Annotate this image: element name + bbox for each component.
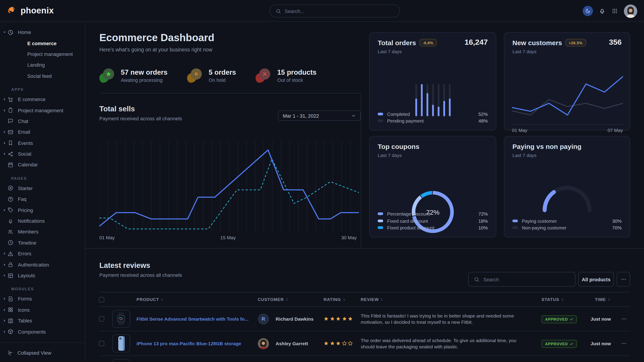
sidebar-item-authentication[interactable]: Authentication bbox=[0, 259, 85, 270]
paying-title: Paying vs non paying bbox=[512, 143, 581, 150]
apps-menu-button[interactable] bbox=[611, 7, 618, 14]
pie-chart-icon bbox=[8, 29, 14, 35]
legend-value: 10% bbox=[478, 225, 488, 231]
x-icon bbox=[259, 68, 270, 80]
star-filled-icon bbox=[348, 316, 353, 322]
customer-avatar-photo bbox=[258, 338, 269, 349]
stat-label: Awating processing bbox=[121, 77, 168, 83]
row-checkbox[interactable] bbox=[99, 341, 104, 346]
new-customers-badge: +26.5% bbox=[565, 39, 586, 46]
product-link[interactable]: Fitbit Sense Advanced Smartwatch with To… bbox=[136, 316, 248, 322]
help-circle-icon bbox=[8, 196, 14, 202]
sidebar-item-layouts[interactable]: Layouts bbox=[0, 270, 85, 281]
sidebar-item-e-commerce[interactable]: E commerce bbox=[0, 94, 85, 105]
sidebar-subitem-social-feed[interactable]: Social feed bbox=[0, 70, 85, 81]
sidebar-item-chat[interactable]: Chat bbox=[0, 116, 85, 127]
column-header-status[interactable]: STATUS bbox=[542, 297, 586, 302]
x-axis-label: 15 May bbox=[220, 235, 236, 240]
layout-icon bbox=[8, 273, 14, 278]
caret-right-icon bbox=[2, 318, 7, 323]
caret-right-icon bbox=[2, 141, 7, 145]
sidebar-subitem-e-commerce[interactable]: E commerce bbox=[0, 38, 85, 49]
sidebar-item-tables[interactable]: Tables bbox=[0, 315, 85, 326]
total-sells-header: Total sells Payment received across all … bbox=[99, 105, 182, 121]
date-range-select[interactable]: Mar 1 - 31, 2022 bbox=[278, 110, 361, 121]
sidebar-item-label: Timeline bbox=[18, 240, 36, 246]
legend-value: 18% bbox=[478, 218, 488, 224]
star-empty-icon bbox=[348, 341, 353, 346]
global-search bbox=[270, 4, 400, 17]
legend-value: 30% bbox=[612, 218, 622, 224]
sidebar-subitem-landing[interactable]: Landing bbox=[0, 59, 85, 70]
sidebar-item-home[interactable]: Home bbox=[0, 27, 85, 38]
sidebar-item-forms[interactable]: Forms bbox=[0, 293, 85, 304]
row-actions-button[interactable] bbox=[618, 341, 630, 346]
page-title: Ecommerce Dashboard bbox=[99, 32, 214, 44]
global-search-input[interactable] bbox=[285, 8, 388, 14]
review-time: Just now bbox=[586, 341, 618, 346]
column-header-rating[interactable]: RATING bbox=[324, 297, 361, 302]
product-link[interactable]: iPhone 13 pro max-Pacific Blue-128GB sto… bbox=[136, 341, 241, 346]
top-coupons-title: Top coupons bbox=[378, 143, 419, 150]
sidebar-item-icons[interactable]: Icons bbox=[0, 304, 85, 315]
sidebar-item-label: Forms bbox=[18, 296, 32, 302]
card-top-coupons: Top coupons Last 7 days 72% Percentage d… bbox=[369, 136, 496, 237]
all-products-button[interactable]: All products bbox=[578, 272, 614, 287]
legend-label: Percentage discount bbox=[387, 211, 478, 217]
review-text: This Fitbit is fantastic! I was trying t… bbox=[361, 312, 542, 325]
sidebar-collapse-toggle[interactable]: Collapsed View bbox=[0, 343, 85, 362]
column-header-product[interactable]: PRODUCT bbox=[112, 297, 258, 302]
sidebar-item-members[interactable]: Members bbox=[0, 227, 85, 237]
sidebar-item-events[interactable]: Events bbox=[0, 137, 85, 148]
total-sells-subtitle: Payment received across all channels bbox=[99, 116, 182, 121]
row-actions-button[interactable] bbox=[618, 316, 630, 322]
column-header-review[interactable]: REVIEW bbox=[361, 297, 542, 302]
sidebar-item-errors[interactable]: Errors bbox=[0, 248, 85, 259]
mail-icon bbox=[8, 129, 14, 135]
bookmark-icon bbox=[8, 140, 14, 146]
notifications-button[interactable] bbox=[599, 7, 606, 14]
user-avatar[interactable] bbox=[624, 4, 637, 18]
legend-row: Fixed product discount 10% bbox=[378, 224, 488, 231]
sidebar-item-faq[interactable]: Faq bbox=[0, 194, 85, 205]
legend-swatch bbox=[378, 220, 383, 222]
sidebar-subitem-label: Social feed bbox=[27, 73, 52, 79]
sidebar-subitem-label: Project management bbox=[27, 51, 73, 57]
sidebar-subitem-label: E commerce bbox=[27, 40, 56, 46]
sidebar-item-project-management[interactable]: Project management bbox=[0, 105, 85, 116]
total-sells-chart bbox=[99, 141, 359, 232]
card-paying-vs-non-paying: Paying vs non paying Last 7 days Paying … bbox=[504, 136, 630, 237]
legend-swatch bbox=[512, 220, 518, 222]
paying-legend: Paying customer 30% Non-paying customer … bbox=[512, 217, 622, 231]
table-header-row: PRODUCT CUSTOMER RATING REVIEW STATUS TI… bbox=[99, 292, 630, 307]
legend-label: Paying customer bbox=[522, 218, 612, 224]
search-icon bbox=[276, 8, 281, 14]
status-badge: APPROVED bbox=[542, 340, 577, 348]
sidebar-item-components[interactable]: Components bbox=[0, 326, 85, 337]
sidebar-item-social[interactable]: Social bbox=[0, 148, 85, 159]
sidebar-item-label: Pricing bbox=[18, 207, 33, 213]
sidebar-item-email[interactable]: Email bbox=[0, 127, 85, 137]
cart-icon bbox=[8, 96, 14, 102]
sidebar-item-timeline[interactable]: Timeline bbox=[0, 237, 85, 248]
theme-toggle-button[interactable] bbox=[583, 6, 593, 16]
reviews-more-button[interactable] bbox=[617, 272, 630, 287]
users-icon bbox=[8, 229, 14, 235]
sidebar-item-starter[interactable]: Starter bbox=[0, 183, 85, 194]
customer-name: Ashley Garrett bbox=[276, 341, 308, 346]
select-all-checkbox[interactable] bbox=[99, 297, 104, 302]
reviews-search bbox=[468, 272, 576, 287]
column-header-customer[interactable]: CUSTOMER bbox=[258, 297, 324, 302]
sidebar-item-pricing[interactable]: Pricing bbox=[0, 205, 85, 216]
brand-logo[interactable]: phoenix bbox=[7, 5, 54, 16]
column-header-time[interactable]: TIME bbox=[586, 297, 618, 302]
reviews-search-input[interactable] bbox=[483, 277, 564, 282]
sidebar-subitem-project-management[interactable]: Project management bbox=[0, 49, 85, 60]
review-row: iPhone 13 pro max-Pacific Blue-128GB sto… bbox=[99, 331, 630, 356]
sidebar-item-calendar[interactable]: Calendar bbox=[0, 159, 85, 170]
sidebar-item-label: Email bbox=[18, 129, 30, 135]
caret-right-icon bbox=[2, 97, 7, 101]
row-checkbox[interactable] bbox=[99, 316, 104, 322]
sidebar-item-notifications[interactable]: Notifications bbox=[0, 216, 85, 227]
legend-value: 70% bbox=[612, 225, 622, 231]
